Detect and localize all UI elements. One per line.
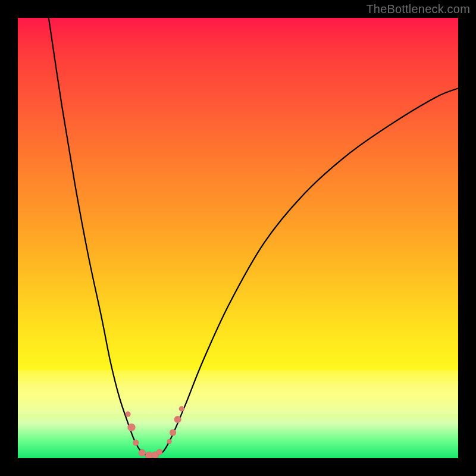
curve-marker (126, 412, 131, 417)
marker-group (126, 406, 184, 458)
outer-frame: TheBottleneck.com (0, 0, 476, 476)
curve-marker (179, 406, 184, 412)
curve-marker (174, 416, 181, 423)
curve-marker (139, 449, 146, 456)
watermark-text: TheBottleneck.com (366, 2, 470, 16)
bottleneck-curve (49, 18, 458, 456)
curve-marker (133, 440, 139, 446)
chart-svg (18, 18, 458, 458)
curve-marker (156, 449, 162, 455)
curve-marker (167, 439, 172, 444)
curve-marker (170, 430, 176, 436)
plot-area (18, 18, 458, 458)
curve-marker (127, 424, 135, 431)
